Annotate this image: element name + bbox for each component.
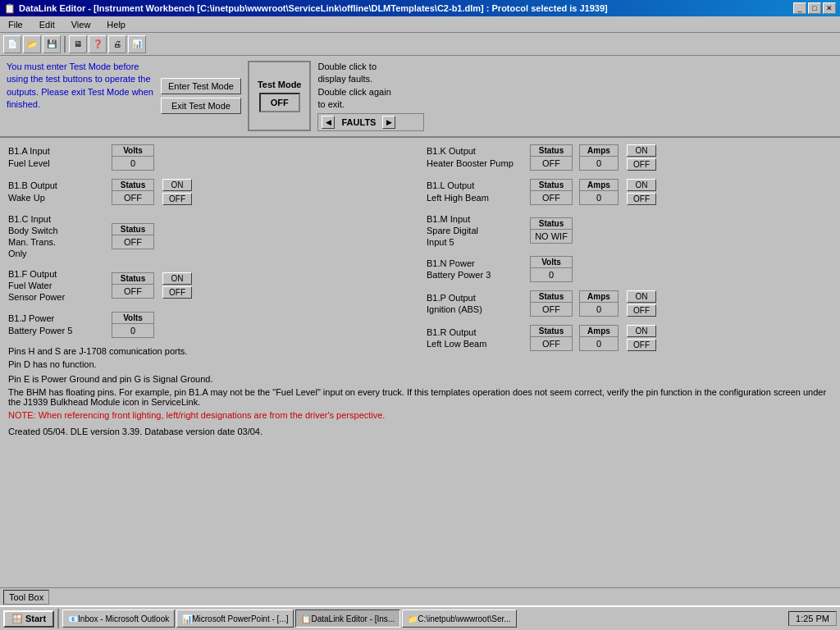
io-b1p-off[interactable]: OFF — [627, 304, 656, 317]
app-icon: 📋 — [4, 3, 16, 14]
taskbar-clock: 1:25 PM — [788, 611, 837, 626]
io-b1l-status-value: OFF — [535, 191, 568, 204]
io-b1a-label: B1.A Input Fuel Level — [8, 145, 107, 169]
io-b1l-status-box: Status OFF — [530, 179, 573, 205]
faults-next-button[interactable]: ▶ — [382, 116, 395, 129]
io-b1b-on[interactable]: ON — [162, 179, 192, 191]
io-b1r-status-box: Status OFF — [530, 325, 573, 351]
io-b1a-header: Volts — [112, 145, 153, 157]
io-b1b-value: OFF — [116, 191, 149, 204]
test-panel: You must enter Test Mode before using th… — [0, 56, 840, 138]
io-b1r-on[interactable]: ON — [627, 325, 656, 337]
io-b1r-status-value: OFF — [535, 337, 568, 350]
io-b1j-box: Volts 0 — [112, 312, 154, 338]
taskbar-item-powerpoint[interactable]: 📊 Microsoft PowerPoint - [...] — [176, 609, 294, 628]
start-button[interactable]: 🪟 Start — [3, 610, 54, 628]
io-b1p-status-box: Status OFF — [530, 290, 573, 317]
toolbar-icon3[interactable]: 🖨 — [108, 35, 126, 53]
toolbar-new[interactable]: 📄 — [3, 35, 21, 53]
io-b1m: B1.M Input Spare Digital Input 5 Status … — [427, 212, 832, 250]
io-b1f-header: Status — [112, 273, 153, 285]
io-b1l-off[interactable]: OFF — [627, 193, 656, 205]
io-b1r-label: B1.R Output Left Low Beam — [427, 326, 525, 350]
menu-view[interactable]: View — [66, 18, 96, 31]
io-grid: B1.A Input Fuel Level Volts 0 B1.B Outpu… — [8, 143, 832, 369]
io-b1c: B1.C Input Body Switch Man. Trans. Only … — [8, 212, 413, 262]
io-b1p-status-header: Status — [531, 291, 572, 303]
io-b1k: B1.K Output Heater Booster Pump Status O… — [427, 143, 832, 172]
left-column: B1.A Input Fuel Level Volts 0 B1.B Outpu… — [8, 143, 413, 369]
io-b1c-value: OFF — [116, 235, 149, 249]
io-b1m-label: B1.M Input Spare Digital Input 5 — [427, 213, 525, 249]
io-b1p-buttons: ON OFF — [627, 290, 656, 317]
taskbar-item-explorer[interactable]: 📁 C:\inetpub\wwwroot\Ser... — [402, 609, 516, 628]
io-b1r-amps-value: 0 — [582, 337, 615, 350]
menu-bar: File Edit View Help — [0, 16, 840, 33]
footer-notes: Pin E is Power Ground and pin G is Signa… — [8, 374, 832, 436]
io-b1n-volts-box: Volts 0 — [530, 256, 573, 282]
toolbar-icon2[interactable]: ❓ — [89, 35, 107, 53]
window-title: DataLink Editor - [Instrument Workbench … — [19, 3, 608, 13]
io-b1f-on[interactable]: ON — [162, 272, 192, 285]
taskbar-item-datalink[interactable]: 📋 DataLink Editor - [Ins... — [295, 609, 400, 628]
io-b1p: B1.P Output Ignition (ABS) Status OFF Am… — [427, 289, 832, 318]
io-b1m-status-value: NO WIF — [532, 230, 571, 243]
io-b1f: B1.F Output Fuel Water Sensor Power Stat… — [8, 267, 413, 305]
io-b1k-status-value: OFF — [535, 157, 568, 170]
maximize-button[interactable]: □ — [808, 2, 821, 14]
right-column: B1.K Output Heater Booster Pump Status O… — [427, 143, 832, 369]
io-b1f-off[interactable]: OFF — [162, 286, 192, 299]
menu-file[interactable]: File — [3, 18, 28, 31]
io-b1m-status-box: Status NO WIF — [530, 217, 573, 244]
exit-test-mode-button[interactable]: Exit Test Mode — [161, 98, 241, 114]
created: Created 05/04. DLE version 3.39. Databas… — [8, 427, 832, 436]
minimize-button[interactable]: _ — [793, 2, 806, 14]
double-click-line1: Double click to — [317, 62, 377, 71]
io-b1c-box: Status OFF — [112, 223, 154, 249]
io-b1k-status-header: Status — [531, 145, 572, 157]
io-b1l: B1.L Output Left High Beam Status OFF Am… — [427, 177, 832, 207]
io-b1a: B1.A Input Fuel Level Volts 0 — [8, 143, 413, 172]
io-b1l-on[interactable]: ON — [627, 179, 656, 191]
io-b1b-header: Status — [112, 180, 153, 191]
io-b1k-status-box: Status OFF — [530, 144, 573, 171]
io-b1f-box: Status OFF — [112, 272, 154, 299]
io-b1r-off[interactable]: OFF — [627, 339, 656, 351]
start-label: Start — [25, 614, 46, 623]
taskbar: 🪟 Start 📧 Inbox - Microsoft Outlook 📊 Mi… — [0, 605, 840, 630]
toolbar-open[interactable]: 📂 — [23, 35, 41, 53]
io-b1l-amps-value: 0 — [582, 191, 615, 204]
toolbar-icon4[interactable]: 📊 — [128, 35, 146, 53]
bhm-note: The BHM has floating pins. For example, … — [8, 387, 832, 407]
faults-box[interactable]: ◀ FAULTS ▶ — [317, 113, 424, 131]
io-b1p-on[interactable]: ON — [627, 290, 656, 303]
test-instructions: You must enter Test Mode before using th… — [7, 61, 154, 131]
io-b1k-on[interactable]: ON — [627, 144, 656, 157]
io-b1n: B1.N Power Battery Power 3 Volts 0 — [427, 254, 832, 284]
io-b1j-label: B1.J Power Battery Power 5 — [8, 313, 107, 336]
io-b1b-off[interactable]: OFF — [162, 193, 192, 205]
io-b1b: B1.B Output Wake Up Status OFF ON OFF — [8, 177, 413, 207]
enter-test-mode-button[interactable]: Enter Test Mode — [161, 78, 241, 94]
status-bar-text: Tool Box — [3, 590, 49, 605]
close-button[interactable]: ✕ — [823, 2, 836, 14]
io-b1l-buttons: ON OFF — [627, 179, 656, 205]
pins-info: Pins H and S are J-1708 comunication por… — [8, 346, 413, 369]
menu-help[interactable]: Help — [102, 18, 130, 31]
menu-edit[interactable]: Edit — [34, 18, 60, 31]
io-b1k-amps-header: Amps — [580, 145, 618, 157]
faults-prev-button[interactable]: ◀ — [322, 116, 335, 129]
io-b1n-label: B1.N Power Battery Power 3 — [427, 258, 525, 281]
start-icon: 🪟 — [11, 614, 23, 624]
test-buttons: Enter Test Mode Exit Test Mode — [161, 61, 241, 131]
taskbar-item-outlook[interactable]: 📧 Inbox - Microsoft Outlook — [62, 609, 175, 628]
io-b1f-value: OFF — [116, 285, 149, 298]
test-mode-box: Test Mode OFF — [248, 61, 312, 131]
toolbar-save[interactable]: 💾 — [43, 35, 61, 53]
io-b1b-box: Status OFF — [112, 179, 154, 205]
io-b1k-amps-box: Amps 0 — [579, 144, 619, 171]
io-b1r: B1.R Output Left Low Beam Status OFF Amp… — [427, 323, 832, 353]
io-b1k-off[interactable]: OFF — [627, 158, 656, 171]
test-mode-label: Test Mode — [258, 80, 302, 89]
toolbar-icon1[interactable]: 🖥 — [69, 35, 87, 53]
